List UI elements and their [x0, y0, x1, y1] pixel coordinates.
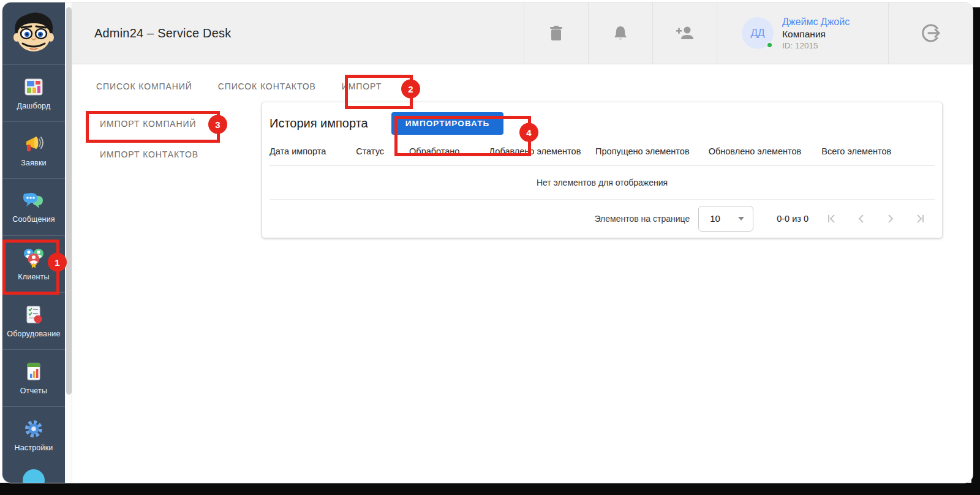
dashboard-icon — [23, 77, 44, 97]
import-button[interactable]: ИМПОРТИРОВАТЬ — [391, 112, 504, 135]
sidebar-item-settings[interactable]: Настройки — [2, 406, 65, 463]
import-submenu: ИМПОРТ КОМПАНИЙ ИМПОРТ КОНТАКТОВ — [72, 95, 262, 170]
sidebar-profile-avatar[interactable] — [2, 2, 65, 64]
column-header-updated: Обновлено элементов — [709, 145, 822, 159]
content-area: ИМПОРТ КОМПАНИЙ ИМПОРТ КОНТАКТОВ История… — [72, 95, 973, 483]
sidebar-item-label: Сообщения — [12, 215, 55, 224]
window-shadow-bottom — [0, 483, 980, 495]
app-title: Admin24 – Service Desk — [72, 2, 524, 64]
card-header: История импорта ИМПОРТИРОВАТЬ — [270, 102, 935, 142]
column-header-processed: Обработано — [409, 145, 489, 159]
main-area: Admin24 – Service Desk — [72, 2, 973, 483]
last-page-button[interactable] — [905, 206, 935, 231]
sidebar-scrollbar[interactable] — [65, 2, 72, 483]
user-initials-avatar[interactable]: ДД — [742, 17, 774, 49]
report-icon — [23, 361, 44, 382]
sidebar-item-label: Отчеты — [20, 387, 47, 395]
megaphone-icon — [23, 134, 45, 154]
sidebar-item-clients[interactable]: Клиенты — [2, 235, 65, 292]
empty-state-message: Нет элементов для отображения — [270, 166, 935, 200]
column-header-import-date: Дата импорта — [270, 145, 356, 159]
first-page-button[interactable] — [817, 206, 846, 231]
tab-bar: СПИСОК КОМПАНИЙ СПИСОК КОНТАКТОВ ИМПОРТ — [72, 64, 973, 95]
items-per-page-value: 10 — [710, 213, 720, 224]
user-initials: ДД — [750, 27, 764, 39]
chevron-down-icon — [738, 217, 744, 221]
column-header-skipped: Пропущено элементов — [595, 145, 709, 159]
trash-icon — [548, 25, 564, 42]
sidebar-item-partial-icon — [23, 469, 45, 483]
sidebar-item-label: Оборудование — [7, 330, 60, 338]
submenu-import-contacts[interactable]: ИМПОРТ КОНТАКТОВ — [72, 139, 262, 170]
bell-icon — [612, 25, 629, 42]
table-header-row: Дата импорта Статус Обработано Добавлено… — [270, 142, 935, 166]
import-history-card: История импорта ИМПОРТИРОВАТЬ Дата импор… — [262, 102, 942, 238]
previous-page-button[interactable] — [846, 206, 876, 231]
window-shadow-right — [971, 7, 980, 486]
sidebar-item-equipment[interactable]: Оборудование — [2, 292, 65, 349]
logout-button[interactable] — [888, 2, 973, 64]
card-title: История импорта — [270, 116, 368, 130]
user-avatar-image — [7, 7, 61, 61]
sidebar-item-label: Настройки — [14, 444, 53, 452]
column-header-total: Всего элементов — [821, 145, 935, 159]
submenu-import-companies[interactable]: ИМПОРТ КОМПАНИЙ — [72, 108, 262, 139]
user-profile[interactable]: ДД Джеймс Джойс Компания ID: 12015 — [717, 2, 888, 64]
notifications-button[interactable] — [588, 2, 652, 64]
next-page-button[interactable] — [876, 206, 905, 231]
checklist-icon — [23, 304, 44, 325]
column-header-added: Добавлено элементов — [489, 145, 595, 159]
trash-button[interactable] — [524, 2, 588, 64]
add-person-button[interactable] — [652, 2, 717, 64]
sidebar-item-tickets[interactable]: Заявки — [2, 121, 65, 178]
top-bar: Admin24 – Service Desk — [72, 2, 973, 64]
online-status-dot — [766, 42, 773, 48]
pagination-nav — [817, 206, 935, 231]
sidebar-scrollbar-thumb[interactable] — [66, 7, 72, 395]
logout-icon — [921, 23, 941, 43]
chat-bubbles-icon — [23, 191, 45, 211]
sidebar-item-label: Дашборд — [17, 102, 51, 110]
sidebar-item-label: Заявки — [21, 159, 47, 167]
user-meta: Джеймс Джойс Компания ID: 12015 — [782, 17, 850, 50]
sidebar-item-messages[interactable]: Сообщения — [2, 178, 65, 235]
sidebar-item-reports[interactable]: Отчеты — [2, 349, 65, 406]
items-per-page-select[interactable]: 10 — [698, 206, 753, 232]
user-company: Компания — [782, 29, 850, 40]
sidebar: Дашборд Заявки — [2, 2, 65, 483]
pagination-bar: Элементов на странице 10 0-0 из 0 — [270, 200, 935, 238]
gear-icon — [23, 418, 44, 439]
user-name-link[interactable]: Джеймс Джойс — [782, 17, 850, 28]
clients-icon — [22, 248, 45, 268]
app-window: Дашборд Заявки — [2, 2, 973, 483]
sidebar-item-label: Клиенты — [18, 273, 50, 281]
pagination-range: 0-0 из 0 — [777, 214, 809, 224]
items-per-page-label: Элементов на странице — [595, 214, 690, 224]
user-id: ID: 12015 — [782, 41, 850, 50]
column-header-status: Статус — [356, 145, 409, 159]
sidebar-item-dashboard[interactable]: Дашборд — [2, 64, 65, 121]
add-person-icon — [675, 25, 695, 41]
